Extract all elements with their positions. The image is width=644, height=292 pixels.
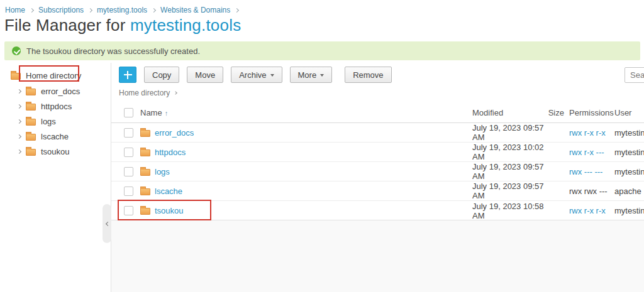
table-row-httpdocs: httpdocs July 19, 2023 10:02 AM rwx r-x … <box>111 143 644 162</box>
check-circle-icon <box>12 46 21 55</box>
select-all-checkbox[interactable] <box>124 108 133 117</box>
folder-icon <box>140 188 150 195</box>
column-header-modified[interactable]: Modified <box>472 108 545 117</box>
chevron-right-icon <box>152 8 156 13</box>
table-header-row: Name↑ Modified Size Permissions User <box>111 103 644 123</box>
page-title-prefix: File Manager for <box>4 16 130 35</box>
path-home-directory-link[interactable]: Home directory <box>119 89 170 97</box>
permissions-text: rwx rwx --- <box>569 187 614 196</box>
folder-icon <box>11 73 21 80</box>
tree-item-home-directory[interactable]: Home directory <box>0 68 111 84</box>
tree-item-httpdocs[interactable]: httpdocs <box>0 99 111 114</box>
remove-button[interactable]: Remove <box>345 67 391 83</box>
tree-item-label: httpdocs <box>41 102 72 111</box>
plus-icon <box>124 71 132 79</box>
tree-item-label: tsoukou <box>41 147 70 156</box>
cell-modified: July 19, 2023 10:58 AM <box>472 202 545 220</box>
tree-item-error-docs[interactable]: error_docs <box>0 84 111 99</box>
cell-modified: July 19, 2023 09:57 AM <box>472 181 545 200</box>
expand-chevron-icon[interactable] <box>17 149 21 153</box>
column-header-name[interactable]: Name↑ <box>140 108 472 117</box>
permissions-link[interactable]: rwx r-x r-x <box>569 206 614 215</box>
cell-user: mytesting.t <box>614 206 644 215</box>
success-banner: The tsoukou directory was successfully c… <box>4 41 640 60</box>
copy-button-label: Copy <box>152 70 171 80</box>
more-button-label: More <box>298 70 317 80</box>
row-checkbox[interactable] <box>124 167 133 176</box>
main-content: Copy Move Archive More Remove Home direc… <box>111 63 644 292</box>
permissions-link[interactable]: rwx r-x --- <box>569 148 614 157</box>
column-header-user[interactable]: User <box>614 108 644 117</box>
breadcrumb-domain[interactable]: mytesting.tools <box>97 6 147 14</box>
file-name-link[interactable]: tsoukou <box>155 206 184 215</box>
current-path-bar: Home directory <box>119 89 177 97</box>
remove-button-label: Remove <box>353 70 383 80</box>
folder-icon <box>140 208 150 215</box>
move-button[interactable]: Move <box>187 67 223 83</box>
page-title: File Manager for mytesting.tools <box>4 16 241 35</box>
cell-modified: July 19, 2023 09:57 AM <box>472 123 545 142</box>
expand-chevron-icon[interactable] <box>17 89 21 93</box>
table-row-error-docs: error_docs July 19, 2023 09:57 AM rwx r-… <box>111 123 644 143</box>
folder-icon <box>26 119 36 126</box>
tree-item-tsoukou[interactable]: tsoukou <box>0 144 111 159</box>
table-row-tsoukou: tsoukou July 19, 2023 10:58 AM rwx r-x r… <box>111 201 644 220</box>
folder-icon <box>26 134 36 141</box>
copy-button[interactable]: Copy <box>144 67 179 83</box>
more-dropdown-button[interactable]: More <box>290 67 333 83</box>
add-button[interactable] <box>119 67 136 83</box>
file-name-link[interactable]: httpdocs <box>155 148 186 157</box>
expand-chevron-icon[interactable] <box>17 119 21 123</box>
folder-icon <box>140 169 150 176</box>
sort-ascending-icon: ↑ <box>165 109 169 117</box>
folder-icon <box>26 104 36 111</box>
success-banner-message: The tsoukou directory was successfully c… <box>26 46 200 56</box>
row-checkbox[interactable] <box>124 148 133 157</box>
file-name-link[interactable]: lscache <box>155 187 182 196</box>
move-button-label: Move <box>195 70 215 80</box>
tree-item-lscache[interactable]: lscache <box>0 129 111 144</box>
folder-icon <box>140 149 150 156</box>
archive-button-label: Archive <box>239 70 266 80</box>
breadcrumb-websites-domains[interactable]: Websites & Domains <box>160 6 230 14</box>
sidebar-folder-tree: Home directory error_docs httpdocs logs <box>0 63 111 292</box>
chevron-left-icon <box>105 221 109 225</box>
cell-user: mytesting.t <box>614 128 644 138</box>
row-checkbox[interactable] <box>124 206 133 215</box>
column-header-permissions[interactable]: Permissions <box>569 108 614 117</box>
breadcrumb-subscriptions[interactable]: Subscriptions <box>38 6 84 14</box>
file-name-link[interactable]: logs <box>155 167 170 176</box>
file-table: Name↑ Modified Size Permissions User err… <box>111 103 644 220</box>
chevron-right-icon <box>235 8 239 13</box>
file-manager-page: Home Subscriptions mytesting.tools Websi… <box>0 0 644 292</box>
search-input[interactable] <box>625 67 644 83</box>
cell-modified: July 19, 2023 09:57 AM <box>472 162 545 181</box>
table-row-lscache: lscache July 19, 2023 09:57 AM rwx rwx -… <box>111 181 644 201</box>
column-header-size[interactable]: Size <box>545 108 569 117</box>
row-checkbox[interactable] <box>124 187 133 196</box>
sidebar-collapse-handle[interactable] <box>103 204 111 243</box>
permissions-link[interactable]: rwx --- --- <box>569 167 614 176</box>
breadcrumb-home[interactable]: Home <box>5 6 25 14</box>
breadcrumb: Home Subscriptions mytesting.tools Websi… <box>5 6 238 14</box>
expand-chevron-icon[interactable] <box>17 134 21 138</box>
chevron-right-icon <box>174 91 178 95</box>
chevron-right-icon <box>88 8 92 13</box>
tree-item-label: Home directory <box>26 71 81 80</box>
permissions-link[interactable]: rwx r-x r-x <box>569 128 614 138</box>
file-name-link[interactable]: error_docs <box>155 128 194 138</box>
tree-item-label: lscache <box>41 132 69 141</box>
expand-chevron-icon[interactable] <box>17 104 21 108</box>
folder-icon <box>140 130 150 137</box>
tree-item-label: error_docs <box>41 87 80 96</box>
chevron-down-icon <box>270 74 274 77</box>
cell-modified: July 19, 2023 10:02 AM <box>472 143 545 161</box>
archive-dropdown-button[interactable]: Archive <box>231 67 282 83</box>
folder-icon <box>26 89 36 95</box>
cell-user: mytesting.t <box>614 167 644 176</box>
tree-item-logs[interactable]: logs <box>0 114 111 129</box>
column-header-name-label: Name <box>140 108 162 117</box>
row-checkbox[interactable] <box>124 128 133 138</box>
tree-item-label: logs <box>41 117 56 126</box>
chevron-down-icon <box>320 74 324 77</box>
